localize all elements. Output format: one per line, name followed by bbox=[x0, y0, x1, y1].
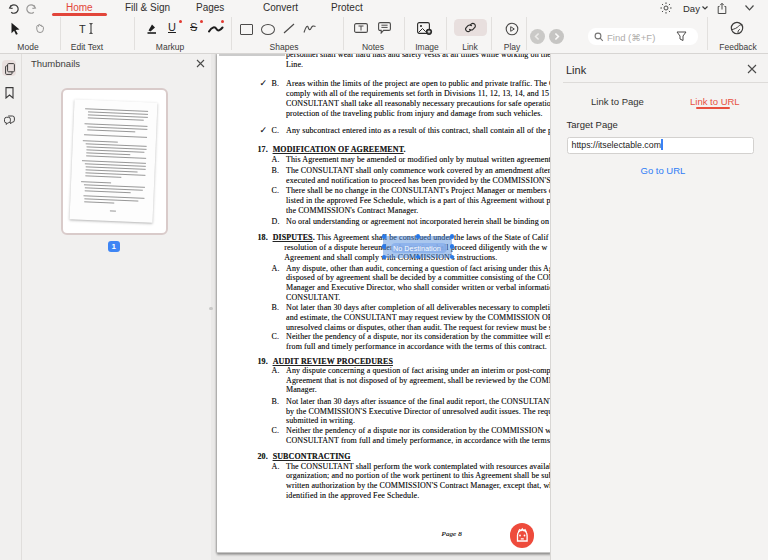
svg-text:T: T bbox=[79, 23, 86, 35]
